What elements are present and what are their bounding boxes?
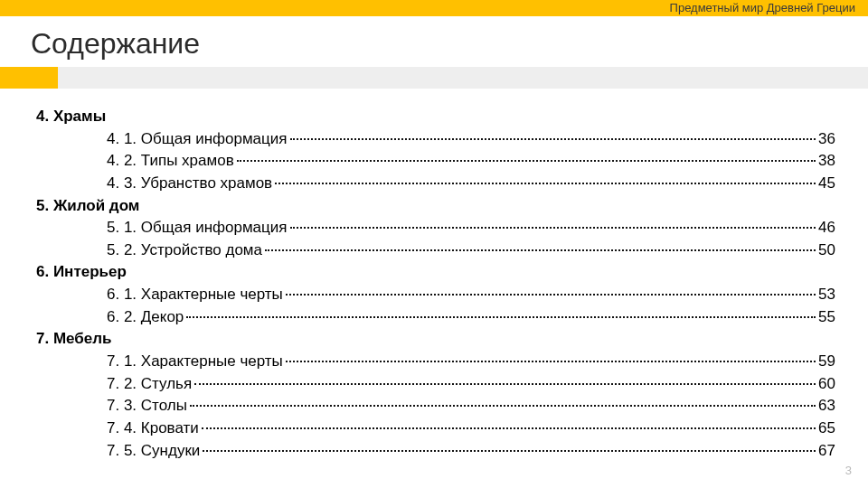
toc-entry-page: 53 bbox=[818, 284, 835, 306]
toc-leader-dots bbox=[237, 160, 816, 162]
toc-entry-page: 60 bbox=[818, 373, 835, 396]
header-label: Предметный мир Древней Греции bbox=[670, 0, 855, 16]
toc-entry: 4. 1. Общая информация36 bbox=[36, 128, 835, 151]
toc-entry-label: 7. 1. Характерные черты bbox=[107, 351, 283, 373]
toc-leader-dots bbox=[265, 249, 816, 251]
toc-entry-label: 5. 2. Устройство дома bbox=[107, 239, 262, 262]
page-title: Содержание bbox=[31, 27, 200, 61]
toc-entry: 7. 5. Сундуки67 bbox=[36, 440, 835, 463]
toc-entry-page: 59 bbox=[818, 351, 835, 373]
toc-section-heading: 6. Интерьер bbox=[36, 261, 835, 284]
toc-entry: 7. 1. Характерные черты59 bbox=[36, 351, 835, 373]
toc-leader-dots bbox=[286, 294, 816, 296]
toc-section-heading: 7. Мебель bbox=[36, 328, 835, 351]
toc-entry-page: 50 bbox=[818, 239, 835, 262]
toc-entry: 7. 4. Кровати65 bbox=[36, 418, 835, 440]
toc-entry-page: 36 bbox=[818, 128, 835, 151]
toc-leader-dots bbox=[194, 383, 816, 385]
toc-entry-page: 46 bbox=[818, 217, 835, 239]
toc-leader-dots bbox=[286, 361, 816, 362]
table-of-contents: 4. Храмы4. 1. Общая информация364. 2. Ти… bbox=[36, 106, 835, 462]
toc-leader-dots bbox=[290, 227, 816, 229]
toc-section-heading: 4. Храмы bbox=[36, 106, 835, 128]
toc-leader-dots bbox=[290, 138, 816, 140]
toc-entry: 4. 3. Убранство храмов45 bbox=[36, 173, 835, 195]
toc-entry-page: 55 bbox=[818, 306, 835, 329]
toc-entry-page: 45 bbox=[818, 173, 835, 195]
toc-entry-page: 38 bbox=[818, 150, 835, 173]
toc-entry-page: 67 bbox=[818, 440, 835, 463]
toc-entry: 5. 1. Общая информация46 bbox=[36, 217, 835, 239]
toc-entry: 7. 3. Столы63 bbox=[36, 395, 835, 418]
toc-leader-dots bbox=[203, 450, 816, 452]
toc-entry: 7. 2. Стулья60 bbox=[36, 373, 835, 396]
toc-entry: 6. 1. Характерные черты53 bbox=[36, 284, 835, 306]
toc-entry-label: 7. 4. Кровати bbox=[107, 418, 199, 440]
toc-entry-label: 7. 2. Стулья bbox=[107, 373, 192, 396]
toc-entry-label: 4. 2. Типы храмов bbox=[107, 150, 234, 173]
toc-entry-page: 65 bbox=[818, 418, 835, 440]
toc-entry: 4. 2. Типы храмов38 bbox=[36, 150, 835, 173]
toc-leader-dots bbox=[275, 183, 816, 184]
toc-entry: 6. 2. Декор55 bbox=[36, 306, 835, 329]
toc-entry-label: 4. 3. Убранство храмов bbox=[107, 173, 272, 195]
toc-entry-page: 63 bbox=[818, 395, 835, 418]
title-accent-block bbox=[0, 67, 58, 89]
toc-entry-label: 7. 3. Столы bbox=[107, 395, 187, 418]
toc-leader-dots bbox=[202, 427, 816, 429]
toc-leader-dots bbox=[190, 405, 816, 407]
toc-entry-label: 6. 2. Декор bbox=[107, 306, 184, 329]
toc-entry-label: 6. 1. Характерные черты bbox=[107, 284, 283, 306]
toc-leader-dots bbox=[186, 316, 816, 318]
page-number: 3 bbox=[845, 464, 852, 477]
toc-entry-label: 7. 5. Сундуки bbox=[107, 440, 200, 463]
title-underline-band bbox=[0, 67, 868, 89]
toc-entry: 5. 2. Устройство дома50 bbox=[36, 239, 835, 262]
toc-entry-label: 5. 1. Общая информация bbox=[107, 217, 288, 239]
toc-entry-label: 4. 1. Общая информация bbox=[107, 128, 288, 151]
toc-section-heading: 5. Жилой дом bbox=[36, 195, 835, 218]
